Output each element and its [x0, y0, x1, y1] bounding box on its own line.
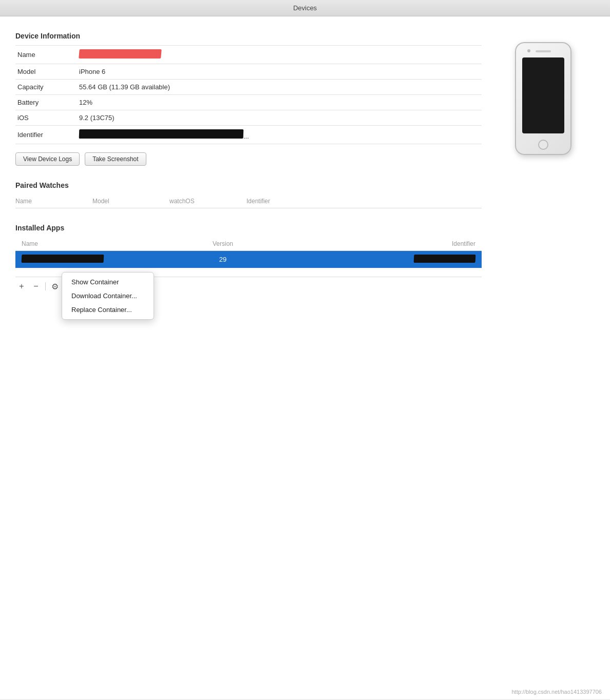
left-panel: Device Information Name Model iPhone 6 C…	[15, 32, 492, 684]
redacted-app-id	[414, 255, 476, 263]
info-row-capacity: Capacity 55.64 GB (11.39 GB available)	[15, 80, 482, 95]
device-info-table: Name Model iPhone 6 Capacity 55.64 GB (1…	[15, 45, 482, 144]
app-row[interactable]: 29	[15, 251, 482, 268]
gear-menu-button[interactable]: ⚙	[49, 281, 61, 291]
info-value-battery: 12%	[77, 95, 482, 110]
app-row-identifier	[274, 255, 480, 264]
iphone-speaker	[536, 50, 551, 52]
info-row-ios: iOS 9.2 (13C75)	[15, 110, 482, 126]
iphone-body	[515, 42, 571, 155]
redacted-name-value	[79, 49, 162, 59]
paired-watches-title: Paired Watches	[15, 181, 482, 189]
apps-table: 29	[15, 251, 482, 268]
watches-col-watchos: watchOS	[169, 198, 246, 205]
info-label-battery: Battery	[15, 95, 77, 110]
redacted-identifier-value	[79, 129, 244, 139]
iphone-home-button	[538, 140, 548, 150]
context-menu-download-container[interactable]: Download Container...	[62, 289, 154, 303]
redacted-app-name	[22, 255, 104, 263]
info-value-ios: 9.2 (13C75)	[77, 110, 482, 126]
info-label-ios: iOS	[15, 110, 77, 126]
view-device-logs-button[interactable]: View Device Logs	[15, 152, 80, 166]
info-label-identifier: Identifier	[15, 126, 77, 144]
info-row-name: Name	[15, 46, 482, 64]
apps-col-version: Version	[171, 240, 274, 247]
info-value-capacity: 55.64 GB (11.39 GB available)	[77, 80, 482, 95]
watches-column-headers: Name Model watchOS Identifier	[15, 195, 482, 208]
apps-col-name: Name	[17, 240, 171, 247]
iphone-camera-icon	[527, 49, 530, 52]
bottom-toolbar: + − ⚙ Show Container Download Container.…	[15, 277, 482, 296]
installed-apps-title: Installed Apps	[15, 224, 482, 232]
iphone-illustration	[510, 42, 577, 155]
toolbar-separator	[45, 282, 46, 290]
context-menu-replace-container[interactable]: Replace Container...	[62, 303, 154, 317]
context-menu: Show Container Download Container... Rep…	[62, 272, 154, 320]
app-row-version: 29	[171, 256, 274, 263]
info-value-name	[77, 46, 482, 64]
title-bar-label: Devices	[293, 4, 317, 12]
device-info-title: Device Information	[15, 32, 482, 40]
info-label-model: Model	[15, 64, 77, 80]
apps-column-headers: Name Version Identifier	[15, 237, 482, 251]
take-screenshot-button[interactable]: Take Screenshot	[85, 152, 146, 166]
add-app-button[interactable]: +	[15, 281, 28, 291]
info-row-model: Model iPhone 6	[15, 64, 482, 80]
apps-col-identifier: Identifier	[274, 240, 480, 247]
device-actions: View Device Logs Take Screenshot	[15, 152, 482, 166]
app-row-name	[17, 255, 171, 264]
info-label-capacity: Capacity	[15, 80, 77, 95]
iphone-screen	[522, 57, 564, 133]
watches-col-identifier: Identifier	[246, 198, 482, 205]
info-row-identifier: Identifier ...	[15, 126, 482, 144]
footer-url: http://blog.csdn.net/hao1413397706	[511, 689, 602, 695]
title-bar: Devices	[0, 0, 610, 16]
context-menu-show-container[interactable]: Show Container	[62, 275, 154, 289]
watches-col-name: Name	[15, 198, 92, 205]
main-content: Device Information Name Model iPhone 6 C…	[0, 16, 610, 699]
info-value-model: iPhone 6	[77, 64, 482, 80]
info-row-battery: Battery 12%	[15, 95, 482, 110]
watches-col-model: Model	[92, 198, 169, 205]
remove-app-button[interactable]: −	[30, 281, 42, 291]
info-label-name: Name	[15, 46, 77, 64]
right-panel	[492, 32, 595, 684]
paired-watches-section: Paired Watches Name Model watchOS Identi…	[15, 181, 482, 208]
installed-apps-section: Installed Apps Name Version Identifier 2…	[15, 224, 482, 268]
info-value-identifier: ...	[77, 126, 482, 144]
